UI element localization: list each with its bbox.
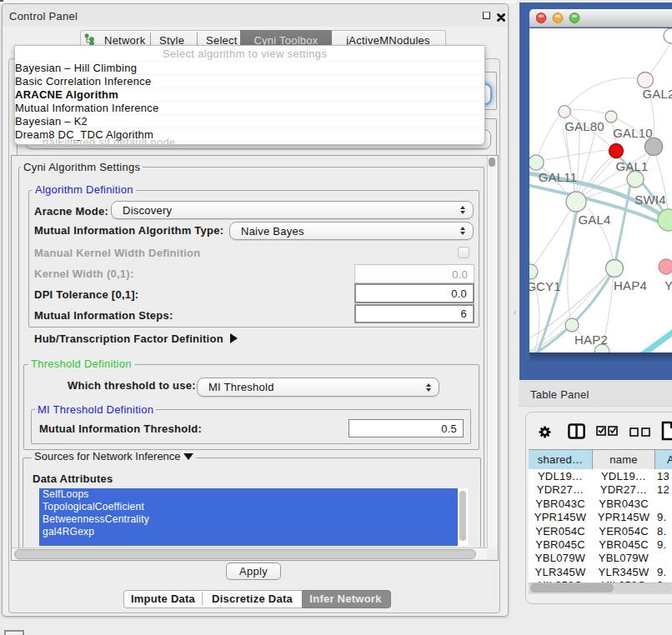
svg-text:SWI4: SWI4 (634, 192, 665, 207)
svg-text:GAL2: GAL2 (642, 87, 672, 101)
svg-text:GAL4: GAL4 (578, 212, 610, 227)
svg-text:Y: Y (664, 278, 672, 292)
svg-text:GAL1: GAL1 (615, 159, 648, 173)
svg-text:HAP4: HAP4 (614, 278, 647, 292)
svg-text:GAL11: GAL11 (539, 170, 578, 184)
svg-text:GAL80: GAL80 (564, 119, 604, 133)
svg-text:GAL10: GAL10 (613, 126, 653, 140)
svg-text:GCY1: GCY1 (529, 279, 561, 293)
svg-text:HAP2: HAP2 (574, 332, 608, 347)
